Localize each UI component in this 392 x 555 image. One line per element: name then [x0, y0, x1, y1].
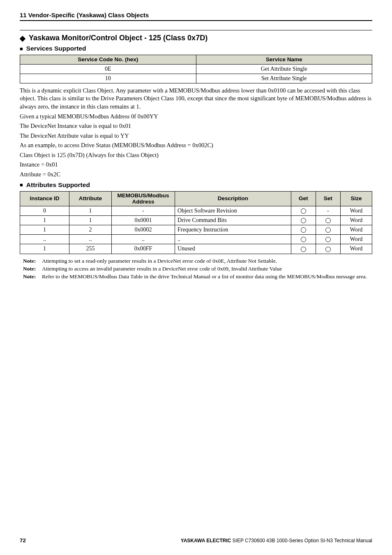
- td: -: [111, 206, 175, 215]
- diamond-icon: ◆: [20, 35, 25, 42]
- table-header-row: Service Code No. (hex) Service Name: [20, 55, 372, 65]
- square-icon: ■: [20, 46, 23, 51]
- footer-company: YASKAWA ELECTRIC: [181, 538, 231, 543]
- th: Set: [316, 191, 340, 206]
- th: Description: [175, 191, 291, 206]
- td: 255: [69, 244, 111, 254]
- td: -: [316, 206, 340, 215]
- table-row: 1 2 0x0002 Frequency Instruction Word: [20, 225, 372, 234]
- circle-icon: [325, 237, 331, 242]
- note-label: Note:: [23, 273, 42, 280]
- note-text: Attempting to set a read-only parameter …: [42, 257, 372, 265]
- circle-icon: [301, 208, 306, 214]
- body-paragraph: The DeviceNet Instance value is equal to…: [20, 122, 372, 130]
- running-header: 11 Vendor-Specific (Yaskawa) Class Objec…: [20, 12, 372, 21]
- note-row: Note: Attempting to set a read-only para…: [23, 257, 372, 265]
- square-icon: ■: [20, 182, 23, 187]
- circle-icon: [301, 247, 306, 252]
- attributes-table: Instance ID Attribute MEMOBUS/Modbus Add…: [20, 191, 372, 254]
- body-paragraph: The DeviceNet Attribute value is equal t…: [20, 132, 372, 140]
- services-heading-row: ■ Services Supported: [20, 45, 372, 52]
- td: 1: [20, 225, 69, 234]
- table-row: 0 1 - Object Software Revision - Word: [20, 206, 372, 215]
- body-paragraph: As an example, to access Drive Status (M…: [20, 141, 372, 150]
- td: ..: [20, 235, 69, 244]
- td: ..: [69, 235, 111, 244]
- td: Object Software Revision: [175, 206, 291, 215]
- td: 1: [69, 206, 111, 215]
- table-header-row: Instance ID Attribute MEMOBUS/Modbus Add…: [20, 191, 372, 206]
- td: [291, 225, 316, 234]
- services-table: Service Code No. (hex) Service Name 0E G…: [20, 55, 372, 83]
- td: Word: [340, 225, 372, 234]
- circle-icon: [325, 218, 331, 223]
- circle-icon: [325, 227, 331, 233]
- attributes-heading: Attributes Supported: [26, 181, 90, 189]
- td: [291, 244, 316, 254]
- services-heading: Services Supported: [26, 45, 86, 52]
- td: Word: [340, 244, 372, 254]
- section-title-row: ◆ Yaskawa Monitor/Control Object - 125 (…: [20, 34, 372, 42]
- th-service-name: Service Name: [196, 55, 372, 65]
- td: [291, 215, 316, 225]
- td: [316, 215, 340, 225]
- td: [291, 235, 316, 244]
- section-rule: ◆ Yaskawa Monitor/Control Object - 125 (…: [20, 30, 372, 42]
- td: [316, 225, 340, 234]
- td-code: 10: [20, 74, 196, 83]
- section-title: Yaskawa Monitor/Control Object - 125 (Cl…: [29, 34, 208, 42]
- circle-icon: [301, 218, 306, 223]
- td: Frequency Instruction: [175, 225, 291, 234]
- notes-block: Note: Attempting to set a read-only para…: [23, 257, 372, 281]
- page-number: 72: [20, 537, 26, 543]
- td: Word: [340, 206, 372, 215]
- body-paragraph: This is a dynamic explicit Class Object.…: [20, 87, 372, 111]
- th: Size: [340, 191, 372, 206]
- note-text: Refer to the MEMOBUS/Modbus Data Table i…: [42, 273, 372, 280]
- td: 2: [69, 225, 111, 234]
- td: 0x0002: [111, 225, 175, 234]
- body-paragraph: Class Object is 125 (0x7D) (Always for t…: [20, 151, 372, 160]
- td: 0x0001: [111, 215, 175, 225]
- table-row: 1 1 0x0001 Drive Command Bits Word: [20, 215, 372, 225]
- td: Unused: [175, 244, 291, 254]
- footer-doc: SIEP C730600 43B 1000-Series Option SI-N…: [231, 538, 372, 543]
- table-row: 1 255 0x00FF Unused Word: [20, 244, 372, 254]
- td: Word: [340, 215, 372, 225]
- td: 0x00FF: [111, 244, 175, 254]
- td-name: Set Attribute Single: [196, 74, 372, 83]
- td: Word: [340, 235, 372, 244]
- circle-icon: [301, 227, 306, 233]
- td: Drive Command Bits: [175, 215, 291, 225]
- body-paragraph: Attribute = 0x2C: [20, 171, 372, 179]
- td-code: 0E: [20, 64, 196, 74]
- note-row: Note: Attempting to access an invalid pa…: [23, 265, 372, 273]
- note-text: Attempting to access an invalid paramete…: [42, 265, 372, 273]
- th: MEMOBUS/Modbus Address: [111, 191, 175, 206]
- td: 1: [69, 215, 111, 225]
- body-paragraph: Given a typical MEMOBUS/Modbus Address 0…: [20, 113, 372, 121]
- td: [316, 235, 340, 244]
- table-row: 10 Set Attribute Single: [20, 74, 372, 83]
- th-service-code: Service Code No. (hex): [20, 55, 196, 65]
- circle-icon: [325, 247, 331, 252]
- td: 1: [20, 215, 69, 225]
- th: Get: [291, 191, 316, 206]
- th: Instance ID: [20, 191, 69, 206]
- table-row: 0E Get Attribute Single: [20, 64, 372, 74]
- td: 1: [20, 244, 69, 254]
- th: Attribute: [69, 191, 111, 206]
- circle-icon: [301, 237, 306, 242]
- td: ..: [111, 235, 175, 244]
- attributes-heading-row: ■ Attributes Supported: [20, 181, 372, 189]
- footer-text: YASKAWA ELECTRIC SIEP C730600 43B 1000-S…: [181, 538, 372, 543]
- td: [316, 244, 340, 254]
- note-label: Note:: [23, 257, 42, 265]
- td: ..: [175, 235, 291, 244]
- td-name: Get Attribute Single: [196, 64, 372, 74]
- body-paragraph: Instance = 0x01: [20, 161, 372, 169]
- note-label: Note:: [23, 265, 42, 273]
- td: [291, 206, 316, 215]
- table-row: .. .. .. .. Word: [20, 235, 372, 244]
- note-row: Note: Refer to the MEMOBUS/Modbus Data T…: [23, 273, 372, 280]
